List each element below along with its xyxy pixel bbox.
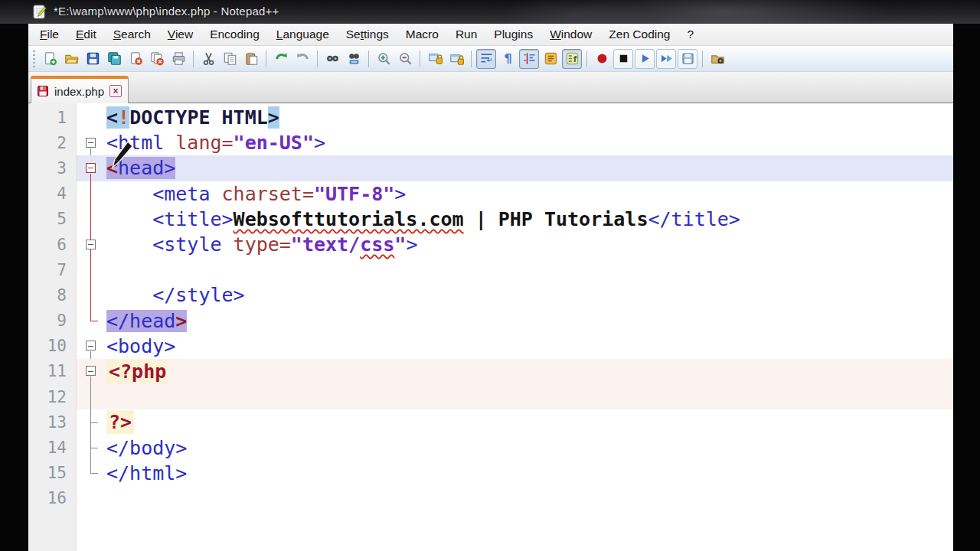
- cut-button[interactable]: [198, 49, 218, 69]
- window-titlebar[interactable]: *E:\wamp\www\php\index.php - Notepad++: [0, 0, 980, 24]
- code-line-10[interactable]: 10<body>: [28, 334, 953, 359]
- tab-index-php[interactable]: index.php×: [31, 76, 129, 103]
- code-text: </style>: [105, 282, 953, 308]
- close-all-button[interactable]: [147, 49, 167, 69]
- stop-icon: [616, 51, 631, 66]
- doc-map-button[interactable]: [541, 49, 560, 69]
- find-button[interactable]: [322, 49, 342, 69]
- code-line-11[interactable]: 11<?php: [28, 359, 953, 384]
- code-text: <html lang="en-US">: [105, 130, 953, 155]
- new-file-button[interactable]: [40, 49, 60, 69]
- code-line-7[interactable]: 7: [28, 257, 953, 282]
- code-line-3[interactable]: 3<head>: [28, 155, 953, 181]
- word-wrap-button[interactable]: [476, 49, 496, 69]
- print-button[interactable]: [168, 49, 188, 69]
- copy-button[interactable]: [220, 49, 240, 69]
- line-number: 5: [28, 210, 77, 228]
- save-all-button[interactable]: [104, 49, 124, 69]
- indent-guide-button[interactable]: [519, 49, 539, 69]
- copy-icon: [223, 51, 237, 66]
- open-file-button[interactable]: [61, 49, 81, 69]
- doc-monitor-button[interactable]: [707, 49, 727, 69]
- code-line-4[interactable]: 4 <meta charset="UTF-8">: [28, 181, 953, 207]
- code-text: <!DOCTYPE HTML>: [105, 105, 953, 130]
- save-button[interactable]: [83, 49, 103, 69]
- fold-margin: [77, 435, 105, 460]
- paste-button[interactable]: [241, 49, 261, 69]
- fold-margin: [77, 308, 105, 334]
- code-line-2[interactable]: 2<html lang="en-US">: [28, 130, 953, 155]
- tab-close-icon[interactable]: ×: [109, 85, 122, 97]
- fold-marker[interactable]: [77, 232, 105, 257]
- macro-save-button[interactable]: [678, 49, 697, 69]
- toolbar-gripper[interactable]: [33, 51, 35, 67]
- function-list-button[interactable]: f: [562, 49, 582, 69]
- menu-item-edit[interactable]: Edit: [67, 24, 105, 44]
- menu-item-run[interactable]: Run: [447, 24, 485, 44]
- menu-item-encoding[interactable]: Encoding: [201, 24, 268, 44]
- fold-marker[interactable]: [77, 334, 105, 359]
- menu-item-plugins[interactable]: Plugins: [485, 24, 541, 44]
- code-text: <body>: [105, 334, 953, 359]
- macro-stop-button[interactable]: [613, 49, 633, 69]
- tab-bar: index.php×: [28, 72, 953, 103]
- fold-marker[interactable]: [77, 130, 105, 155]
- code-text: <head>: [105, 155, 953, 181]
- code-text: ?>: [105, 409, 953, 435]
- menu-item-window[interactable]: Window: [541, 24, 600, 44]
- code-line-12[interactable]: 12: [28, 384, 953, 409]
- toolbar-separator: [266, 51, 266, 67]
- fold-margin: [77, 409, 105, 435]
- sync-vertical-scroll-button[interactable]: [425, 49, 445, 69]
- code-editor[interactable]: 1<!DOCTYPE HTML>2<html lang="en-US">3<he…: [28, 103, 953, 551]
- sync-horizontal-scroll-button[interactable]: [446, 49, 466, 69]
- menu-item-language[interactable]: Language: [268, 24, 338, 44]
- close-button[interactable]: [126, 49, 145, 69]
- menu-item-view[interactable]: View: [159, 24, 201, 44]
- menu-item-?[interactable]: ?: [678, 24, 702, 44]
- doc-map-icon: [544, 51, 558, 66]
- show-all-characters-button[interactable]: ¶: [498, 49, 518, 69]
- code-line-6[interactable]: 6 <style type="text/css">: [28, 232, 953, 257]
- menu-item-zen-coding[interactable]: Zen Coding: [600, 24, 678, 44]
- menu-item-macro[interactable]: Macro: [397, 24, 447, 44]
- zoom-in-button[interactable]: [374, 49, 394, 69]
- menu-item-settings[interactable]: Settings: [338, 24, 397, 44]
- fold-marker[interactable]: [77, 359, 105, 384]
- macro-run-multiple-button[interactable]: [656, 49, 676, 69]
- line-number: 8: [28, 286, 77, 305]
- fold-margin: [77, 486, 105, 511]
- menu-item-file[interactable]: File: [31, 24, 67, 44]
- code-line-8[interactable]: 8 </style>: [28, 282, 953, 308]
- word-wrap-icon: [479, 51, 494, 66]
- code-line-9[interactable]: 9</head>: [28, 308, 953, 334]
- code-text: <style type="text/css">: [105, 232, 953, 257]
- pilcrow-icon: ¶: [501, 51, 515, 66]
- titlebar-glass-highlight-2: [498, 0, 651, 24]
- fold-margin: [77, 384, 105, 409]
- code-line-1[interactable]: 1<!DOCTYPE HTML>: [28, 105, 953, 130]
- new-icon: [43, 51, 57, 66]
- macro-play-button[interactable]: [635, 49, 655, 69]
- line-number: 6: [28, 236, 77, 254]
- redo-button[interactable]: [292, 49, 312, 69]
- code-line-15[interactable]: 15</html>: [28, 461, 953, 486]
- code-line-5[interactable]: 5 <title>Websofttutorials.com | PHP Tuto…: [28, 207, 953, 232]
- line-number: 9: [28, 311, 77, 330]
- code-line-16[interactable]: 16: [28, 486, 953, 511]
- macro-record-button[interactable]: [592, 49, 612, 69]
- undo-button[interactable]: [271, 49, 291, 69]
- fold-margin: [77, 181, 105, 207]
- zoom-out-button[interactable]: [395, 49, 415, 69]
- fold-marker[interactable]: [77, 155, 105, 181]
- screen: *E:\wamp\www\php\index.php - Notepad++ F…: [0, 0, 980, 551]
- replace-button[interactable]: [344, 49, 364, 69]
- code-line-13[interactable]: 13?>: [28, 409, 953, 435]
- print-icon: [172, 51, 186, 66]
- zoom-in-icon: [377, 51, 391, 66]
- code-line-14[interactable]: 14</body>: [28, 435, 953, 460]
- paste-icon: [244, 51, 259, 66]
- menu-item-search[interactable]: Search: [105, 24, 159, 44]
- line-number: 1: [28, 109, 77, 127]
- code-text: <meta charset="UTF-8">: [105, 181, 953, 207]
